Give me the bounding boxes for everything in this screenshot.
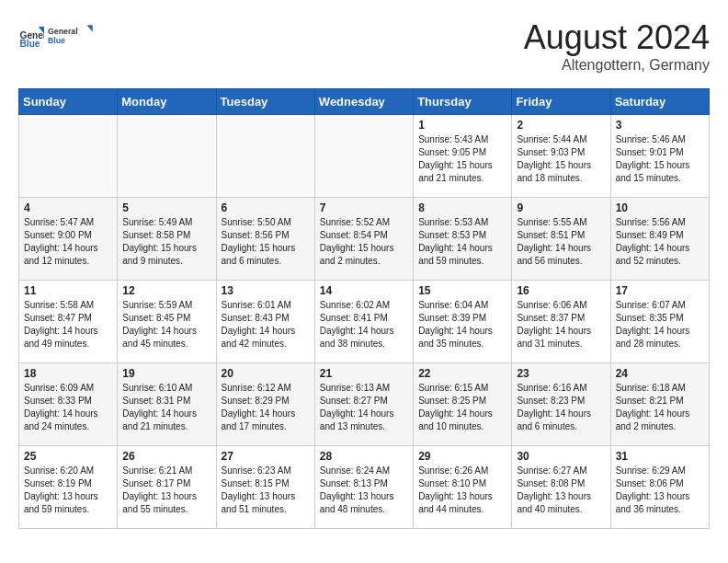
day-cell: 16Sunrise: 6:06 AMSunset: 8:37 PMDayligh… [512,281,610,363]
day-info: Sunrise: 6:26 AMSunset: 8:10 PMDaylight:… [418,465,506,516]
day-info: Sunrise: 5:47 AMSunset: 9:00 PMDaylight:… [24,216,112,268]
day-number: 18 [24,367,112,380]
day-number: 21 [320,367,408,380]
weekday-header-thursday: Thursday [414,89,512,115]
day-info: Sunrise: 6:21 AMSunset: 8:17 PMDaylight:… [122,465,210,516]
day-info: Sunrise: 6:10 AMSunset: 8:31 PMDaylight:… [122,382,210,433]
week-row-5: 25Sunrise: 6:20 AMSunset: 8:19 PMDayligh… [19,446,710,529]
day-cell [216,115,314,198]
day-cell: 22Sunrise: 6:15 AMSunset: 8:25 PMDayligh… [414,363,512,446]
day-cell: 23Sunrise: 6:16 AMSunset: 8:23 PMDayligh… [512,363,610,446]
day-cell: 17Sunrise: 6:07 AMSunset: 8:35 PMDayligh… [610,281,709,363]
svg-text:General: General [48,27,78,36]
weekday-header-wednesday: Wednesday [314,89,413,115]
day-number: 15 [418,284,506,297]
day-info: Sunrise: 6:07 AMSunset: 8:35 PMDaylight:… [616,299,704,350]
day-number: 1 [418,119,506,132]
weekday-header-row: SundayMondayTuesdayWednesdayThursdayFrid… [19,89,710,115]
logo-icon: General Blue [18,24,44,50]
day-cell [314,115,413,198]
weekday-header-sunday: Sunday [19,89,118,115]
day-cell: 25Sunrise: 6:20 AMSunset: 8:19 PMDayligh… [19,446,118,529]
day-cell: 9Sunrise: 5:55 AMSunset: 8:51 PMDaylight… [512,198,610,281]
day-info: Sunrise: 6:20 AMSunset: 8:19 PMDaylight:… [24,465,112,516]
day-info: Sunrise: 5:56 AMSunset: 8:49 PMDaylight:… [616,216,704,268]
day-number: 22 [418,367,506,380]
weekday-header-saturday: Saturday [610,89,709,115]
day-cell: 3Sunrise: 5:46 AMSunset: 9:01 PMDaylight… [610,115,709,198]
day-info: Sunrise: 6:12 AMSunset: 8:29 PMDaylight:… [222,382,310,433]
day-info: Sunrise: 5:58 AMSunset: 8:47 PMDaylight:… [24,299,112,350]
day-info: Sunrise: 6:13 AMSunset: 8:27 PMDaylight:… [320,382,408,433]
day-cell: 29Sunrise: 6:26 AMSunset: 8:10 PMDayligh… [414,446,512,529]
day-number: 13 [222,284,310,297]
day-info: Sunrise: 6:15 AMSunset: 8:25 PMDaylight:… [418,382,506,433]
day-cell: 6Sunrise: 5:50 AMSunset: 8:56 PMDaylight… [216,198,314,281]
day-cell: 14Sunrise: 6:02 AMSunset: 8:41 PMDayligh… [314,281,413,363]
day-number: 4 [24,201,112,214]
day-number: 2 [517,119,605,132]
day-number: 31 [616,450,704,463]
weekday-header-friday: Friday [512,89,610,115]
day-cell: 8Sunrise: 5:53 AMSunset: 8:53 PMDaylight… [414,198,512,281]
day-cell [19,115,118,198]
day-info: Sunrise: 6:27 AMSunset: 8:08 PMDaylight:… [517,465,605,516]
logo-graphic: General Blue [48,18,94,55]
day-cell: 4Sunrise: 5:47 AMSunset: 9:00 PMDaylight… [19,198,118,281]
day-number: 7 [320,201,408,214]
day-number: 29 [418,450,506,463]
day-number: 6 [222,201,310,214]
day-number: 26 [122,450,210,463]
calendar-table: SundayMondayTuesdayWednesdayThursdayFrid… [18,88,710,529]
day-number: 30 [517,450,605,463]
day-number: 16 [517,284,605,297]
day-info: Sunrise: 6:29 AMSunset: 8:06 PMDaylight:… [616,465,704,516]
day-number: 5 [122,201,210,214]
svg-marker-6 [87,25,93,32]
day-cell: 24Sunrise: 6:18 AMSunset: 8:21 PMDayligh… [610,363,709,446]
day-cell: 10Sunrise: 5:56 AMSunset: 8:49 PMDayligh… [610,198,709,281]
day-info: Sunrise: 6:24 AMSunset: 8:13 PMDaylight:… [320,465,408,516]
day-info: Sunrise: 6:01 AMSunset: 8:43 PMDaylight:… [222,299,310,350]
day-number: 25 [24,450,112,463]
day-number: 9 [517,201,605,214]
day-info: Sunrise: 5:53 AMSunset: 8:53 PMDaylight:… [418,216,506,268]
day-number: 11 [24,284,112,297]
week-row-2: 4Sunrise: 5:47 AMSunset: 9:00 PMDaylight… [19,198,710,281]
day-cell: 28Sunrise: 6:24 AMSunset: 8:13 PMDayligh… [314,446,413,529]
day-info: Sunrise: 6:02 AMSunset: 8:41 PMDaylight:… [320,299,408,350]
day-info: Sunrise: 6:18 AMSunset: 8:21 PMDaylight:… [616,382,704,433]
day-number: 20 [222,367,310,380]
day-info: Sunrise: 5:59 AMSunset: 8:45 PMDaylight:… [122,299,210,350]
svg-text:Blue: Blue [20,39,40,49]
title-area: August 2024 Altengottern, Germany [524,18,710,74]
day-info: Sunrise: 6:09 AMSunset: 8:33 PMDaylight:… [24,382,112,433]
day-number: 12 [122,284,210,297]
day-number: 10 [616,201,704,214]
day-number: 28 [320,450,408,463]
weekday-header-tuesday: Tuesday [216,89,314,115]
day-cell: 1Sunrise: 5:43 AMSunset: 9:05 PMDaylight… [414,115,512,198]
day-info: Sunrise: 6:06 AMSunset: 8:37 PMDaylight:… [517,299,605,350]
day-cell: 31Sunrise: 6:29 AMSunset: 8:06 PMDayligh… [610,446,709,529]
day-info: Sunrise: 5:44 AMSunset: 9:03 PMDaylight:… [517,133,605,185]
day-cell: 18Sunrise: 6:09 AMSunset: 8:33 PMDayligh… [19,363,118,446]
svg-text:Blue: Blue [48,36,65,45]
day-cell: 5Sunrise: 5:49 AMSunset: 8:58 PMDaylight… [118,198,216,281]
day-cell: 11Sunrise: 5:58 AMSunset: 8:47 PMDayligh… [19,281,118,363]
day-cell [118,115,216,198]
day-number: 24 [616,367,704,380]
month-title: August 2024 [524,18,710,57]
header: General Blue General Blue August 2024 Al… [18,18,710,74]
day-number: 14 [320,284,408,297]
day-cell: 21Sunrise: 6:13 AMSunset: 8:27 PMDayligh… [314,363,413,446]
day-cell: 20Sunrise: 6:12 AMSunset: 8:29 PMDayligh… [216,363,314,446]
day-info: Sunrise: 5:52 AMSunset: 8:54 PMDaylight:… [320,216,408,268]
day-cell: 7Sunrise: 5:52 AMSunset: 8:54 PMDaylight… [314,198,413,281]
day-info: Sunrise: 5:46 AMSunset: 9:01 PMDaylight:… [616,133,704,185]
day-info: Sunrise: 6:23 AMSunset: 8:15 PMDaylight:… [222,465,310,516]
day-number: 23 [517,367,605,380]
day-cell: 2Sunrise: 5:44 AMSunset: 9:03 PMDaylight… [512,115,610,198]
day-cell: 26Sunrise: 6:21 AMSunset: 8:17 PMDayligh… [118,446,216,529]
day-number: 19 [122,367,210,380]
